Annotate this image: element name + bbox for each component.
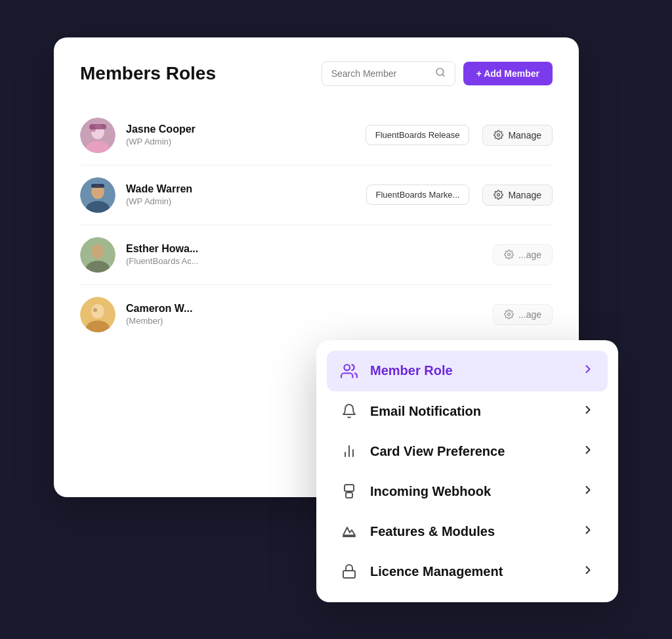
svg-line-1	[442, 74, 444, 76]
menu-item-label: Incoming Webhook	[370, 484, 491, 499]
scene: Members Roles + Add Member	[54, 37, 618, 602]
manage-button[interactable]: ...age	[493, 244, 553, 265]
member-role: (Member)	[126, 316, 309, 326]
chevron-right-icon	[581, 483, 595, 500]
member-info: Esther Howa... (FluentBoards Ac...	[126, 243, 309, 266]
page-title: Members Roles	[80, 63, 216, 84]
menu-item-webhook[interactable]: Incoming Webhook	[327, 472, 608, 512]
gear-icon	[504, 250, 514, 259]
menu-item-left: Incoming Webhook	[340, 483, 491, 499]
member-info: Cameron W... (Member)	[126, 303, 309, 326]
member-role: (WP Admin)	[126, 196, 366, 206]
table-row: Jasne Cooper (WP Admin) FluentBoards Rel…	[80, 106, 553, 165]
svg-point-20	[93, 308, 97, 312]
gear-icon	[494, 190, 503, 200]
menu-item-label: Card View Preference	[370, 444, 505, 459]
manage-label: ...age	[518, 309, 541, 320]
member-board: FluentBoards Marke...	[366, 185, 470, 205]
chevron-right-icon	[581, 363, 595, 379]
menu-item-email-notification[interactable]: Email Notification	[327, 391, 608, 431]
svg-point-18	[91, 304, 104, 319]
gear-icon	[504, 309, 514, 319]
search-box[interactable]	[322, 61, 455, 86]
member-info: Jasne Cooper (WP Admin)	[126, 123, 366, 146]
avatar	[80, 237, 116, 273]
svg-rect-6	[89, 124, 106, 129]
svg-point-21	[508, 313, 511, 316]
menu-item-member-role[interactable]: Member Role	[327, 351, 608, 391]
manage-button[interactable]: Manage	[482, 125, 553, 146]
menu-item-left: Features & Modules	[340, 523, 495, 539]
member-role: (WP Admin)	[126, 137, 366, 146]
svg-rect-26	[345, 485, 354, 491]
menu-item-label: Email Notification	[370, 404, 481, 419]
svg-point-22	[344, 364, 350, 370]
menu-item-card-view[interactable]: Card View Preference	[327, 431, 608, 472]
member-role: (FluentBoards Ac...	[126, 256, 309, 266]
menu-item-label: Features & Modules	[370, 524, 495, 539]
manage-label: ...age	[518, 250, 541, 260]
chevron-right-icon	[581, 563, 595, 580]
member-board: FluentBoards Release	[366, 125, 470, 145]
avatar	[80, 177, 116, 213]
member-name: Cameron W...	[126, 303, 309, 315]
features-icon	[340, 523, 358, 539]
menu-item-label: Licence Management	[370, 564, 503, 579]
svg-point-12	[497, 194, 500, 196]
bar-chart-icon	[340, 443, 358, 459]
webhook-icon	[340, 483, 358, 499]
bell-icon	[340, 403, 358, 419]
gear-icon	[494, 130, 503, 140]
menu-item-features[interactable]: Features & Modules	[327, 512, 608, 552]
svg-point-7	[497, 134, 500, 137]
manage-label: Manage	[508, 130, 541, 141]
chevron-right-icon	[581, 523, 595, 540]
member-info: Wade Warren (WP Admin)	[126, 183, 366, 206]
menu-item-left: Card View Preference	[340, 443, 505, 459]
manage-label: Manage	[508, 190, 541, 200]
dropdown-menu: Member Role Email Notification	[316, 340, 618, 602]
svg-point-16	[508, 253, 511, 256]
avatar	[80, 118, 116, 153]
manage-button[interactable]: Manage	[482, 185, 553, 206]
member-list: Jasne Cooper (WP Admin) FluentBoards Rel…	[80, 106, 553, 344]
manage-button[interactable]: ...age	[493, 304, 553, 325]
lock-icon	[340, 563, 358, 579]
member-name: Esther Howa...	[126, 243, 309, 255]
svg-rect-30	[343, 571, 355, 578]
menu-item-left: Member Role	[340, 363, 453, 380]
avatar	[80, 297, 116, 332]
svg-rect-11	[91, 184, 104, 188]
menu-item-label: Member Role	[370, 363, 453, 378]
search-input[interactable]	[331, 68, 430, 79]
member-name: Jasne Cooper	[126, 123, 366, 135]
chevron-right-icon	[581, 443, 595, 460]
table-row: Cameron W... (Member) ...age	[80, 285, 553, 344]
menu-item-left: Email Notification	[340, 403, 481, 419]
add-member-button[interactable]: + Add Member	[463, 62, 553, 85]
users-icon	[340, 363, 358, 380]
table-row: Esther Howa... (FluentBoards Ac... ...ag…	[80, 225, 553, 285]
menu-item-licence[interactable]: Licence Management	[327, 552, 608, 592]
menu-item-left: Licence Management	[340, 563, 503, 579]
svg-point-14	[91, 244, 104, 259]
header-right: + Add Member	[322, 61, 553, 86]
chevron-right-icon	[581, 403, 595, 420]
header: Members Roles + Add Member	[80, 61, 553, 86]
member-name: Wade Warren	[126, 183, 366, 195]
svg-rect-27	[346, 493, 352, 498]
search-icon	[435, 67, 446, 80]
table-row: Wade Warren (WP Admin) FluentBoards Mark…	[80, 165, 553, 225]
